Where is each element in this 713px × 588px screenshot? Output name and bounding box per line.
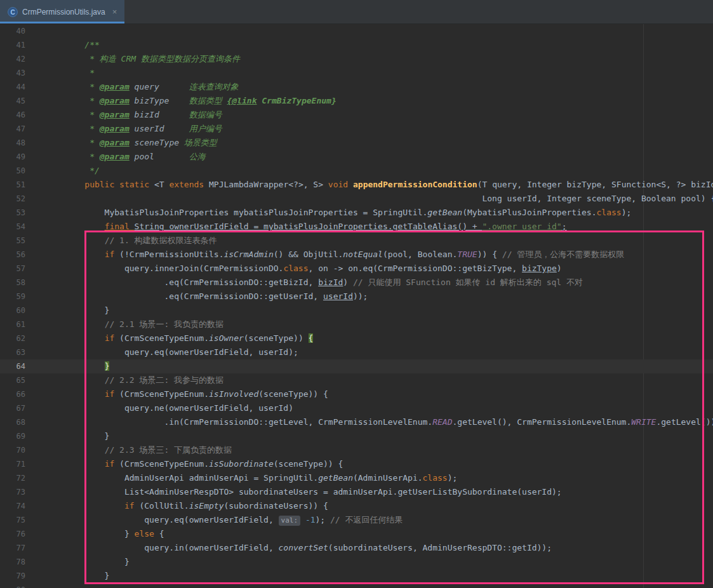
line-number[interactable]: 63 (0, 345, 25, 359)
line-number[interactable]: 56 (0, 248, 25, 262)
line-number[interactable]: 42 (0, 52, 25, 66)
code-line[interactable]: 60 } (0, 304, 713, 317)
line-number[interactable]: 70 (0, 443, 25, 457)
code-text: List<AdminUserRespDTO> subordinateUsers … (65, 485, 562, 499)
code-text: .in(CrmPermissionDO::getLevel, CrmPermis… (65, 415, 713, 429)
code-line[interactable]: 63 query.eq(ownerUserIdField, userId); (0, 345, 713, 359)
code-line[interactable]: 62 if (CrmSceneTypeEnum.isOwner(sceneTyp… (0, 331, 713, 345)
code-text: if (CrmSceneTypeEnum.isSubordinate(scene… (65, 457, 343, 471)
code-line[interactable]: 65 // 2.2 场景二: 我参与的数据 (0, 373, 713, 387)
code-line[interactable]: 75 query.eq(ownerUserIdField, val: -1); … (0, 513, 713, 527)
code-editor[interactable]: 4041 /**42 * 构造 CRM 数据类型数据分页查询条件43 *44 *… (0, 24, 713, 588)
line-number[interactable]: 43 (0, 66, 25, 80)
line-number[interactable]: 71 (0, 457, 25, 471)
code-line[interactable]: 45 * @param bizType 数据类型 {@link CrmBizTy… (0, 94, 713, 108)
code-line[interactable]: 53 MybatisPlusJoinProperties mybatisPlus… (0, 206, 713, 220)
code-line[interactable]: 52 Long userId, Integer sceneType, Boole… (0, 192, 713, 206)
tab-title: CrmPermissionUtils.java (22, 8, 105, 17)
line-number[interactable]: 49 (0, 150, 25, 164)
code-line[interactable]: 50 */ (0, 164, 713, 178)
code-line[interactable]: 49 * @param pool 公海 (0, 150, 713, 164)
code-line[interactable]: 42 * 构造 CRM 数据类型数据分页查询条件 (0, 52, 713, 66)
java-class-icon: C (8, 7, 18, 17)
line-number[interactable]: 52 (0, 192, 25, 206)
code-line[interactable]: 69 } (0, 429, 713, 443)
line-number[interactable]: 68 (0, 415, 25, 429)
line-number[interactable]: 65 (0, 373, 25, 387)
code-line[interactable]: 74 if (CollUtil.isEmpty(subordinateUsers… (0, 499, 713, 513)
code-line[interactable]: 54 final String ownerUserIdField = mybat… (0, 220, 713, 234)
line-number[interactable]: 51 (0, 178, 25, 192)
line-number[interactable]: 55 (0, 234, 25, 248)
line-number[interactable]: 75 (0, 513, 25, 527)
line-number[interactable]: 48 (0, 136, 25, 150)
line-number[interactable]: 45 (0, 94, 25, 108)
code-line[interactable]: 43 * (0, 66, 713, 80)
code-line[interactable]: 40 (0, 24, 713, 38)
code-text: } (65, 555, 130, 569)
code-line[interactable]: 51 public static <T extends MPJLambdaWra… (0, 178, 713, 192)
code-text: * @param sceneType 场景类型 (65, 136, 217, 150)
line-number[interactable]: 78 (0, 555, 25, 569)
code-line[interactable]: 48 * @param sceneType 场景类型 (0, 136, 713, 150)
code-line[interactable]: 71 if (CrmSceneTypeEnum.isSubordinate(sc… (0, 457, 713, 471)
code-line[interactable]: 77 query.in(ownerUserIdField, convertSet… (0, 541, 713, 555)
code-text: if (!CrmPermissionUtils.isCrmAdmin() && … (65, 248, 624, 262)
line-number[interactable]: 77 (0, 541, 25, 555)
code-line[interactable]: 64 } (0, 359, 713, 373)
line-number[interactable]: 58 (0, 276, 25, 290)
line-number[interactable]: 73 (0, 485, 25, 499)
line-number[interactable]: 62 (0, 331, 25, 345)
line-number[interactable]: 72 (0, 471, 25, 485)
code-text: .eq(CrmPermissionDO::getUserId, userId))… (65, 290, 368, 304)
line-number[interactable]: 59 (0, 290, 25, 304)
code-line[interactable]: 61 // 2.1 场景一: 我负责的数据 (0, 317, 713, 331)
line-number[interactable]: 47 (0, 122, 25, 136)
code-line[interactable]: 41 /** (0, 38, 713, 52)
code-text: * @param bizType 数据类型 {@link CrmBizTypeE… (65, 94, 337, 108)
code-line[interactable]: 72 AdminUserApi adminUserApi = SpringUti… (0, 471, 713, 485)
code-line[interactable]: 76 } else { (0, 527, 713, 541)
line-number[interactable]: 41 (0, 38, 25, 52)
code-text: // 1. 构建数据权限连表条件 (65, 234, 217, 248)
code-line[interactable]: 44 * @param query 连表查询对象 (0, 80, 713, 94)
line-number[interactable]: 66 (0, 387, 25, 401)
line-number[interactable]: 67 (0, 401, 25, 415)
line-number[interactable]: 57 (0, 262, 25, 276)
tab-close-icon[interactable]: × (110, 7, 117, 17)
code-line[interactable]: 56 if (!CrmPermissionUtils.isCrmAdmin() … (0, 248, 713, 262)
code-line[interactable]: 79 } (0, 569, 713, 583)
line-number[interactable]: 76 (0, 527, 25, 541)
line-number[interactable]: 69 (0, 429, 25, 443)
code-text: * @param pool 公海 (65, 150, 206, 164)
code-line[interactable]: 58 .eq(CrmPermissionDO::getBizId, bizId)… (0, 276, 713, 290)
line-number[interactable]: 74 (0, 499, 25, 513)
line-number[interactable]: 53 (0, 206, 25, 220)
code-line[interactable]: 67 query.ne(ownerUserIdField, userId) (0, 401, 713, 415)
code-line[interactable]: 70 // 2.3 场景三: 下属负责的数据 (0, 443, 713, 457)
code-line[interactable]: 68 .in(CrmPermissionDO::getLevel, CrmPer… (0, 415, 713, 429)
code-line[interactable]: 73 List<AdminUserRespDTO> subordinateUse… (0, 485, 713, 499)
line-number[interactable]: 64 (0, 359, 25, 373)
code-text: /** (65, 38, 100, 52)
code-line[interactable]: 46 * @param bizId 数据编号 (0, 108, 713, 122)
tab-crmpermissionutils-java[interactable]: C CrmPermissionUtils.java × (0, 0, 124, 23)
line-number[interactable]: 54 (0, 220, 25, 234)
code-line[interactable]: 57 query.innerJoin(CrmPermissionDO.class… (0, 262, 713, 276)
line-number[interactable]: 80 (0, 583, 25, 588)
line-number[interactable]: 44 (0, 80, 25, 94)
code-line[interactable]: 78 } (0, 555, 713, 569)
code-text: query.eq(ownerUserIdField, userId); (65, 345, 298, 359)
line-number[interactable]: 60 (0, 304, 25, 317)
code-text: // 2.3 场景三: 下属负责的数据 (65, 443, 232, 457)
line-number[interactable]: 50 (0, 164, 25, 178)
code-line[interactable]: 55 // 1. 构建数据权限连表条件 (0, 234, 713, 248)
line-number[interactable]: 61 (0, 317, 25, 331)
code-line[interactable]: 80 (0, 583, 713, 588)
code-line[interactable]: 47 * @param userId 用户编号 (0, 122, 713, 136)
line-number[interactable]: 79 (0, 569, 25, 583)
code-line[interactable]: 66 if (CrmSceneTypeEnum.isInvolved(scene… (0, 387, 713, 401)
code-line[interactable]: 59 .eq(CrmPermissionDO::getUserId, userI… (0, 290, 713, 304)
line-number[interactable]: 46 (0, 108, 25, 122)
line-number[interactable]: 40 (0, 24, 25, 38)
